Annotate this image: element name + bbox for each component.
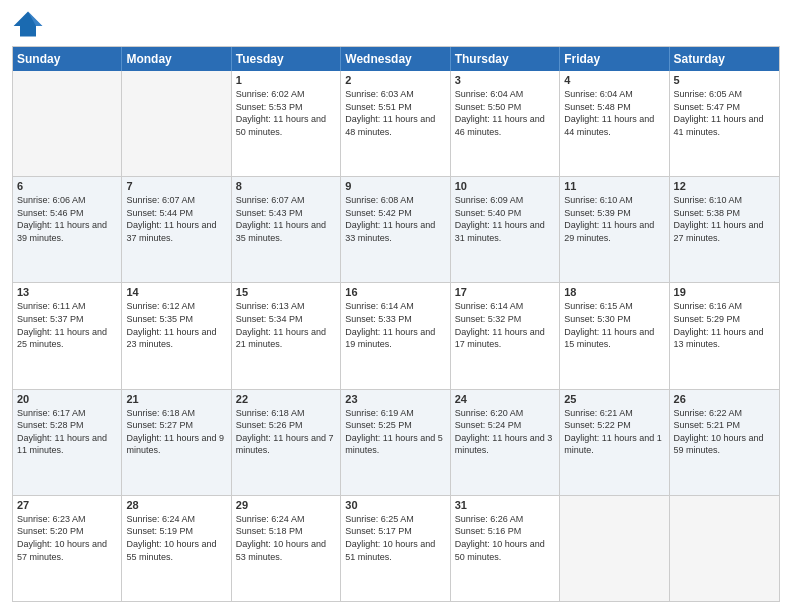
header-day-friday: Friday [560,47,669,71]
day-cell-31: 31Sunrise: 6:26 AM Sunset: 5:16 PM Dayli… [451,496,560,601]
day-info: Sunrise: 6:23 AM Sunset: 5:20 PM Dayligh… [17,513,117,563]
day-number: 5 [674,74,775,86]
day-cell-27: 27Sunrise: 6:23 AM Sunset: 5:20 PM Dayli… [13,496,122,601]
day-number: 17 [455,286,555,298]
day-cell-7: 7Sunrise: 6:07 AM Sunset: 5:44 PM Daylig… [122,177,231,282]
day-info: Sunrise: 6:14 AM Sunset: 5:33 PM Dayligh… [345,300,445,350]
day-info: Sunrise: 6:06 AM Sunset: 5:46 PM Dayligh… [17,194,117,244]
calendar-header: SundayMondayTuesdayWednesdayThursdayFrid… [13,47,779,71]
day-info: Sunrise: 6:09 AM Sunset: 5:40 PM Dayligh… [455,194,555,244]
header-day-tuesday: Tuesday [232,47,341,71]
day-info: Sunrise: 6:14 AM Sunset: 5:32 PM Dayligh… [455,300,555,350]
day-info: Sunrise: 6:02 AM Sunset: 5:53 PM Dayligh… [236,88,336,138]
day-cell-22: 22Sunrise: 6:18 AM Sunset: 5:26 PM Dayli… [232,390,341,495]
day-cell-14: 14Sunrise: 6:12 AM Sunset: 5:35 PM Dayli… [122,283,231,388]
day-number: 22 [236,393,336,405]
day-cell-6: 6Sunrise: 6:06 AM Sunset: 5:46 PM Daylig… [13,177,122,282]
empty-cell [13,71,122,176]
day-cell-4: 4Sunrise: 6:04 AM Sunset: 5:48 PM Daylig… [560,71,669,176]
day-cell-12: 12Sunrise: 6:10 AM Sunset: 5:38 PM Dayli… [670,177,779,282]
day-cell-30: 30Sunrise: 6:25 AM Sunset: 5:17 PM Dayli… [341,496,450,601]
day-number: 21 [126,393,226,405]
day-info: Sunrise: 6:13 AM Sunset: 5:34 PM Dayligh… [236,300,336,350]
day-cell-23: 23Sunrise: 6:19 AM Sunset: 5:25 PM Dayli… [341,390,450,495]
day-number: 14 [126,286,226,298]
day-number: 12 [674,180,775,192]
day-number: 3 [455,74,555,86]
day-cell-2: 2Sunrise: 6:03 AM Sunset: 5:51 PM Daylig… [341,71,450,176]
day-cell-28: 28Sunrise: 6:24 AM Sunset: 5:19 PM Dayli… [122,496,231,601]
day-info: Sunrise: 6:22 AM Sunset: 5:21 PM Dayligh… [674,407,775,457]
day-number: 31 [455,499,555,511]
day-info: Sunrise: 6:18 AM Sunset: 5:26 PM Dayligh… [236,407,336,457]
logo-icon [12,10,44,38]
day-cell-3: 3Sunrise: 6:04 AM Sunset: 5:50 PM Daylig… [451,71,560,176]
header-day-saturday: Saturday [670,47,779,71]
day-number: 29 [236,499,336,511]
day-cell-21: 21Sunrise: 6:18 AM Sunset: 5:27 PM Dayli… [122,390,231,495]
day-cell-5: 5Sunrise: 6:05 AM Sunset: 5:47 PM Daylig… [670,71,779,176]
day-number: 1 [236,74,336,86]
day-info: Sunrise: 6:19 AM Sunset: 5:25 PM Dayligh… [345,407,445,457]
day-info: Sunrise: 6:25 AM Sunset: 5:17 PM Dayligh… [345,513,445,563]
day-cell-1: 1Sunrise: 6:02 AM Sunset: 5:53 PM Daylig… [232,71,341,176]
day-info: Sunrise: 6:10 AM Sunset: 5:39 PM Dayligh… [564,194,664,244]
header-day-thursday: Thursday [451,47,560,71]
calendar-row-4: 20Sunrise: 6:17 AM Sunset: 5:28 PM Dayli… [13,389,779,495]
calendar-row-2: 6Sunrise: 6:06 AM Sunset: 5:46 PM Daylig… [13,176,779,282]
calendar-body: 1Sunrise: 6:02 AM Sunset: 5:53 PM Daylig… [13,71,779,601]
day-cell-17: 17Sunrise: 6:14 AM Sunset: 5:32 PM Dayli… [451,283,560,388]
day-number: 6 [17,180,117,192]
header [12,10,780,38]
day-info: Sunrise: 6:16 AM Sunset: 5:29 PM Dayligh… [674,300,775,350]
calendar-row-5: 27Sunrise: 6:23 AM Sunset: 5:20 PM Dayli… [13,495,779,601]
day-number: 26 [674,393,775,405]
day-info: Sunrise: 6:21 AM Sunset: 5:22 PM Dayligh… [564,407,664,457]
header-day-sunday: Sunday [13,47,122,71]
calendar: SundayMondayTuesdayWednesdayThursdayFrid… [12,46,780,602]
day-info: Sunrise: 6:10 AM Sunset: 5:38 PM Dayligh… [674,194,775,244]
day-cell-13: 13Sunrise: 6:11 AM Sunset: 5:37 PM Dayli… [13,283,122,388]
day-number: 19 [674,286,775,298]
day-cell-9: 9Sunrise: 6:08 AM Sunset: 5:42 PM Daylig… [341,177,450,282]
day-number: 11 [564,180,664,192]
day-info: Sunrise: 6:24 AM Sunset: 5:18 PM Dayligh… [236,513,336,563]
day-info: Sunrise: 6:24 AM Sunset: 5:19 PM Dayligh… [126,513,226,563]
day-number: 15 [236,286,336,298]
day-info: Sunrise: 6:15 AM Sunset: 5:30 PM Dayligh… [564,300,664,350]
day-cell-18: 18Sunrise: 6:15 AM Sunset: 5:30 PM Dayli… [560,283,669,388]
day-number: 9 [345,180,445,192]
day-info: Sunrise: 6:07 AM Sunset: 5:44 PM Dayligh… [126,194,226,244]
day-info: Sunrise: 6:12 AM Sunset: 5:35 PM Dayligh… [126,300,226,350]
day-info: Sunrise: 6:20 AM Sunset: 5:24 PM Dayligh… [455,407,555,457]
day-number: 2 [345,74,445,86]
day-cell-26: 26Sunrise: 6:22 AM Sunset: 5:21 PM Dayli… [670,390,779,495]
empty-cell [560,496,669,601]
logo [12,10,48,38]
calendar-row-3: 13Sunrise: 6:11 AM Sunset: 5:37 PM Dayli… [13,282,779,388]
day-info: Sunrise: 6:08 AM Sunset: 5:42 PM Dayligh… [345,194,445,244]
day-number: 10 [455,180,555,192]
day-cell-19: 19Sunrise: 6:16 AM Sunset: 5:29 PM Dayli… [670,283,779,388]
header-day-monday: Monday [122,47,231,71]
day-info: Sunrise: 6:04 AM Sunset: 5:48 PM Dayligh… [564,88,664,138]
calendar-container: SundayMondayTuesdayWednesdayThursdayFrid… [0,0,792,612]
day-info: Sunrise: 6:05 AM Sunset: 5:47 PM Dayligh… [674,88,775,138]
day-number: 13 [17,286,117,298]
day-info: Sunrise: 6:11 AM Sunset: 5:37 PM Dayligh… [17,300,117,350]
header-day-wednesday: Wednesday [341,47,450,71]
day-cell-25: 25Sunrise: 6:21 AM Sunset: 5:22 PM Dayli… [560,390,669,495]
day-cell-11: 11Sunrise: 6:10 AM Sunset: 5:39 PM Dayli… [560,177,669,282]
day-cell-16: 16Sunrise: 6:14 AM Sunset: 5:33 PM Dayli… [341,283,450,388]
day-cell-10: 10Sunrise: 6:09 AM Sunset: 5:40 PM Dayli… [451,177,560,282]
day-info: Sunrise: 6:03 AM Sunset: 5:51 PM Dayligh… [345,88,445,138]
day-cell-24: 24Sunrise: 6:20 AM Sunset: 5:24 PM Dayli… [451,390,560,495]
empty-cell [122,71,231,176]
day-info: Sunrise: 6:04 AM Sunset: 5:50 PM Dayligh… [455,88,555,138]
day-info: Sunrise: 6:07 AM Sunset: 5:43 PM Dayligh… [236,194,336,244]
day-number: 8 [236,180,336,192]
day-number: 18 [564,286,664,298]
day-info: Sunrise: 6:26 AM Sunset: 5:16 PM Dayligh… [455,513,555,563]
day-number: 20 [17,393,117,405]
day-number: 7 [126,180,226,192]
